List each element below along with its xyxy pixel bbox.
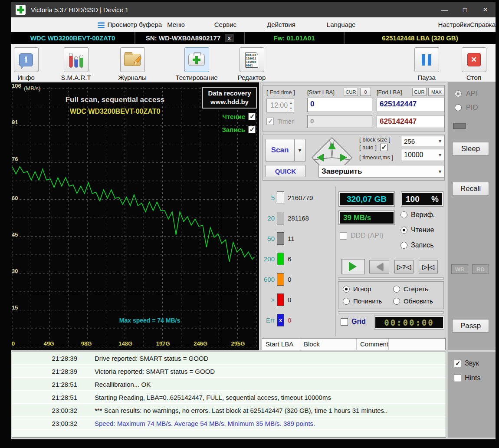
counter-value: 6 <box>288 255 291 263</box>
passp-button[interactable]: Passp <box>452 319 489 333</box>
drive-model[interactable]: WDC WD3200BEVT-00ZAT0 <box>11 32 135 44</box>
block-counter-row: 600 0 <box>263 273 291 286</box>
chevron-down-icon: ▾ <box>439 168 441 175</box>
block-counter-row: 200 6 <box>263 252 291 265</box>
mode-radio[interactable] <box>401 211 407 218</box>
progress-strip <box>338 277 444 280</box>
journals-button[interactable]: Журналы <box>111 47 154 81</box>
control-panel: [ End time ] 12:00 ▲▼ Timer [Start LBA] … <box>260 82 446 350</box>
end-time-spinner[interactable]: 12:00 ▲▼ <box>266 99 294 112</box>
end-lba-cur-button[interactable]: CUR <box>412 88 427 96</box>
start-lba-secondary-input[interactable]: 0 <box>307 115 372 128</box>
menu-item[interactable]: Language <box>327 21 356 28</box>
start-scan-button[interactable] <box>341 259 365 274</box>
test-tubes-icon <box>69 52 83 68</box>
jump-question-button[interactable]: ▷?◁ <box>394 260 414 273</box>
close-button[interactable]: × <box>475 2 496 17</box>
log-sidebar: Звук Hints <box>447 352 496 438</box>
drive-firmware: Fw: 01.01A01 <box>245 32 345 44</box>
scan-button[interactable]: Scan <box>266 139 294 161</box>
counter-color-swatch <box>277 191 284 204</box>
panel-divider <box>335 187 336 336</box>
stop-button[interactable]: ✕ Стоп <box>454 47 493 81</box>
menu-item[interactable]: Действия <box>267 21 295 28</box>
action-radio-row: Стереть <box>393 285 428 293</box>
sound-checkbox[interactable] <box>454 360 461 367</box>
action-radio[interactable] <box>393 298 400 305</box>
start-lba-cur-button[interactable]: CUR <box>344 88 358 96</box>
mode-radio[interactable] <box>401 227 407 234</box>
log-box[interactable]: 21:28:39 Drive reported: SMART status = … <box>12 352 446 438</box>
finish-action-select[interactable]: Завершить▾ <box>318 165 444 178</box>
counter-value: 0 <box>288 316 291 324</box>
block-size-select[interactable]: 256▾ <box>401 136 444 146</box>
api-radio-row: API <box>455 90 477 98</box>
start-lba-zero-button[interactable]: 0 <box>360 88 371 96</box>
log-message: Drive reported: SMART status = GOOD <box>95 355 208 362</box>
sleep-button[interactable]: Sleep <box>452 142 489 155</box>
x-axis-tick: 197G <box>156 340 170 347</box>
minimize-button[interactable]: — <box>434 2 455 17</box>
folder-pencil-icon <box>124 54 141 66</box>
buffer-view-button[interactable]: Просмотр буфера <box>98 21 162 28</box>
back-icon <box>373 263 383 271</box>
sound-checkbox-row: Звук <box>454 359 479 367</box>
defect-table-column[interactable]: Start LBA <box>262 339 300 350</box>
log-row: 23:00:32 *** Scan results: no warnings, … <box>12 404 446 417</box>
spinner-arrows-icon[interactable]: ▲▼ <box>288 99 294 112</box>
buffer-list-icon <box>98 22 105 28</box>
testing-button[interactable]: Тестирование <box>168 47 225 81</box>
device-tab-close-button[interactable]: x <box>225 34 233 42</box>
log-zone: 21:28:39 Drive reported: SMART status = … <box>11 352 496 438</box>
mode-radio[interactable] <box>401 242 407 249</box>
legend-checkbox[interactable] <box>248 126 256 133</box>
defect-table-column[interactable]: Comment <box>357 339 389 350</box>
legend-row: Чтение <box>222 113 256 120</box>
recall-button[interactable]: Recall <box>452 182 489 195</box>
ddd-checkbox[interactable] <box>340 232 347 240</box>
scan-back-button[interactable] <box>369 260 389 273</box>
start-lba-input[interactable]: 0 <box>307 98 372 112</box>
log-row: 21:28:39 Drive reported: SMART status = … <box>12 352 446 365</box>
menu-item[interactable]: Меню <box>167 21 185 28</box>
defect-table-column[interactable]: Block <box>300 339 357 350</box>
chevron-down-icon: ▾ <box>439 152 441 158</box>
menu-item[interactable]: Сервис <box>214 21 236 28</box>
menu-item[interactable]: Настройки <box>438 21 470 28</box>
api-radio[interactable] <box>455 90 462 97</box>
activity-led <box>453 123 466 129</box>
pause-button[interactable]: Пауза <box>407 47 446 81</box>
log-row: 21:28:39 Victoria reported: SMART status… <box>12 365 446 378</box>
smart-button[interactable]: S.M.A.R.T <box>54 47 98 81</box>
y-axis-tick: 45 <box>12 231 18 238</box>
x-axis-tick: 0 <box>12 340 15 347</box>
counter-color-swatch <box>277 293 284 306</box>
maximize-button[interactable]: □ <box>455 2 475 17</box>
counter-color-swatch <box>277 232 284 245</box>
block-size-label: [ block size ] <box>359 136 391 143</box>
end-lba-input[interactable]: 625142447 <box>377 98 445 112</box>
jump-end-button[interactable]: ▷|◁ <box>419 260 438 273</box>
action-radio[interactable] <box>343 286 350 293</box>
legend-checkbox[interactable] <box>248 113 256 120</box>
hints-checkbox[interactable] <box>454 375 461 382</box>
info-button[interactable]: i Инфо <box>11 47 41 81</box>
pio-radio[interactable] <box>455 104 462 111</box>
auto-checkbox[interactable] <box>380 144 387 151</box>
timeout-select[interactable]: 10000▾ <box>401 149 444 161</box>
app-icon <box>16 5 26 15</box>
editor-button[interactable]: 010110 110011 101000 0001 Редактор <box>230 47 273 81</box>
scan-dropdown-button[interactable]: ▼ <box>294 139 305 161</box>
rd-button[interactable]: RD <box>472 264 489 274</box>
grid-checkbox[interactable] <box>341 318 348 326</box>
action-radio[interactable] <box>343 298 350 305</box>
timer-checkbox[interactable] <box>266 118 274 125</box>
action-radio[interactable] <box>393 286 400 293</box>
end-lba-max-button[interactable]: MAX <box>428 88 445 96</box>
block-counter-row: 5 2160779 <box>263 191 313 204</box>
wr-button[interactable]: WR <box>451 264 468 274</box>
end-lba-secondary-input[interactable]: 625142447 <box>377 115 445 128</box>
log-timestamp: 21:28:39 <box>12 355 77 362</box>
quick-button[interactable]: QUICK <box>266 165 305 177</box>
menu-item[interactable]: Справка <box>470 21 496 28</box>
